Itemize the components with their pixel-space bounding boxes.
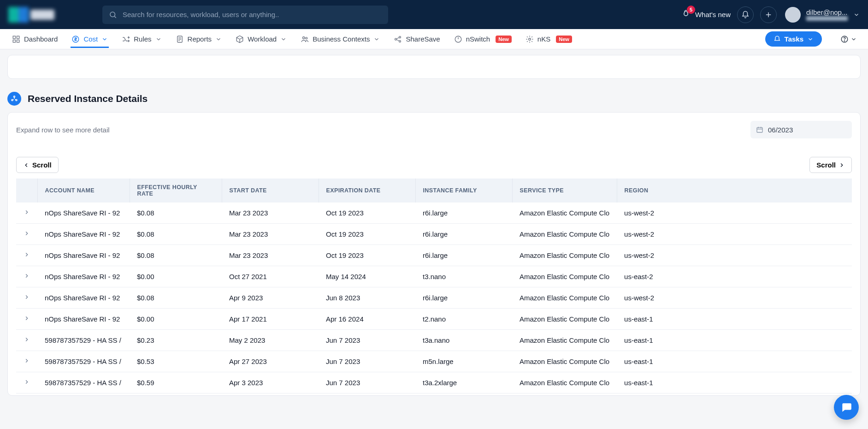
cell-start: Mar 23 2023	[222, 224, 319, 245]
global-search[interactable]	[102, 6, 388, 24]
cell-start: Apr 9 2023	[222, 287, 319, 309]
tasks-button[interactable]: Tasks	[765, 31, 822, 47]
notifications-button[interactable]	[737, 6, 754, 23]
nav-business-contexts[interactable]: Business Contexts	[300, 30, 381, 48]
cell-region: us-west-2	[617, 224, 852, 245]
expand-row-button[interactable]	[16, 224, 37, 245]
cell-exp: Oct 19 2023	[319, 203, 415, 224]
cell-rate: $0.08	[130, 224, 222, 245]
expand-row-button[interactable]	[16, 287, 37, 309]
nav-nks[interactable]: nKS New	[525, 30, 573, 48]
whats-new-button[interactable]: 5 What's new	[681, 9, 731, 20]
nav-workload[interactable]: Workload	[235, 30, 288, 48]
cell-rate: $0.53	[130, 351, 222, 372]
cell-start: May 2 2023	[222, 330, 319, 351]
date-filter[interactable]: 06/2023	[750, 121, 852, 138]
expand-row-button[interactable]	[16, 372, 37, 393]
expand-row-button[interactable]	[16, 309, 37, 330]
expand-row-button[interactable]	[16, 245, 37, 266]
flame-icon: 5	[681, 9, 691, 20]
cell-service: Amazon Elastic Compute Clo	[512, 203, 617, 224]
svg-point-27	[16, 100, 17, 101]
cell-rate: $0.59	[130, 372, 222, 393]
cell-exp: Jun 7 2023	[319, 372, 415, 393]
nav-nswitch[interactable]: nSwitch New	[453, 30, 513, 48]
tasks-label: Tasks	[785, 35, 803, 43]
search-icon	[109, 11, 117, 19]
chevron-down-icon	[215, 36, 222, 42]
table-row: nOps ShareSave RI - 92 $0.08 Mar 23 2023…	[16, 245, 852, 266]
cell-family: t3a.nano	[415, 330, 512, 351]
expand-row-button[interactable]	[16, 330, 37, 351]
cell-start: Apr 17 2021	[222, 309, 319, 330]
chevron-right-icon	[24, 230, 30, 237]
svg-point-24	[844, 41, 844, 41]
scroll-left-button[interactable]: Scroll	[16, 157, 59, 173]
svg-line-18	[396, 37, 399, 39]
brand-logo[interactable]	[8, 7, 54, 23]
cell-rate: $0.00	[130, 266, 222, 287]
cell-account: 598787357529 - HA SS /	[37, 330, 130, 351]
nav-sharesave-label: ShareSave	[406, 35, 440, 43]
cell-service: Amazon Elastic Compute Clo	[512, 330, 617, 351]
cell-exp: Jun 8 2023	[319, 287, 415, 309]
nav-nswitch-label: nSwitch	[466, 35, 490, 43]
chevron-right-icon	[24, 336, 30, 343]
cell-family: t3a.2xlarge	[415, 372, 512, 393]
svg-point-22	[529, 38, 531, 40]
global-search-input[interactable]	[123, 11, 382, 18]
dashboard-icon	[12, 35, 20, 43]
col-start[interactable]: START DATE	[222, 179, 319, 203]
col-exp[interactable]: EXPIRATION DATE	[319, 179, 415, 203]
svg-rect-6	[13, 40, 15, 42]
table-row: 598787357529 - HA SS / $0.53 Apr 27 2023…	[16, 351, 852, 372]
cell-start: Oct 27 2021	[222, 266, 319, 287]
plus-icon	[764, 11, 773, 19]
add-button[interactable]	[760, 6, 777, 23]
chevron-down-icon	[101, 36, 108, 42]
new-tag: New	[496, 36, 512, 43]
user-email: dilber@nop...	[806, 8, 848, 16]
document-icon	[176, 35, 184, 43]
table-row: 598787357529 - HA SS / $0.23 May 2 2023 …	[16, 330, 852, 351]
table-row: nOps ShareSave RI - 92 $0.00 Oct 27 2021…	[16, 266, 852, 287]
cell-family: r6i.large	[415, 287, 512, 309]
cell-exp: Oct 19 2023	[319, 224, 415, 245]
scroll-left-label: Scroll	[32, 161, 52, 169]
cell-rate: $0.23	[130, 330, 222, 351]
col-account[interactable]: ACCOUNT NAME	[37, 179, 130, 203]
table-row: nOps ShareSave RI - 92 $0.08 Mar 23 2023…	[16, 203, 852, 224]
new-tag: New	[556, 36, 572, 43]
col-rate[interactable]: EFFECTIVE HOURLY RATE	[130, 179, 222, 203]
chevron-right-icon	[24, 251, 30, 258]
scroll-right-button[interactable]: Scroll	[809, 157, 852, 173]
col-region[interactable]: REGION	[617, 179, 852, 203]
user-menu[interactable]: dilber@nop...	[785, 7, 860, 23]
nav-cost-label: Cost	[83, 35, 98, 43]
chevron-right-icon	[24, 294, 30, 300]
cell-service: Amazon Elastic Compute Clo	[512, 287, 617, 309]
cell-exp: Apr 16 2024	[319, 309, 415, 330]
expand-row-button[interactable]	[16, 351, 37, 372]
bell-icon	[774, 36, 781, 43]
col-service[interactable]: SERVICE TYPE	[512, 179, 617, 203]
expand-row-button[interactable]	[16, 203, 37, 224]
cell-family: r6i.large	[415, 245, 512, 266]
expand-row-button[interactable]	[16, 266, 37, 287]
cell-account: nOps ShareSave RI - 92	[37, 309, 130, 330]
nav-rules[interactable]: Rules	[121, 30, 162, 48]
col-family[interactable]: INSTANCE FAMILY	[415, 179, 512, 203]
cell-family: r6i.large	[415, 224, 512, 245]
cell-service: Amazon Elastic Compute Clo	[512, 266, 617, 287]
svg-point-13	[303, 36, 305, 39]
cell-service: Amazon Elastic Compute Clo	[512, 245, 617, 266]
nav-dashboard[interactable]: Dashboard	[11, 30, 59, 48]
users-icon	[301, 35, 309, 43]
nav-sharesave[interactable]: ShareSave	[393, 30, 441, 48]
cell-service: Amazon Elastic Compute Clo	[512, 309, 617, 330]
chevron-right-icon	[24, 209, 30, 215]
nav-cost[interactable]: Cost	[71, 30, 109, 48]
nav-reports[interactable]: Reports	[175, 30, 223, 48]
help-button[interactable]	[840, 35, 857, 43]
cell-account: 598787357529 - HA SS /	[37, 372, 130, 393]
